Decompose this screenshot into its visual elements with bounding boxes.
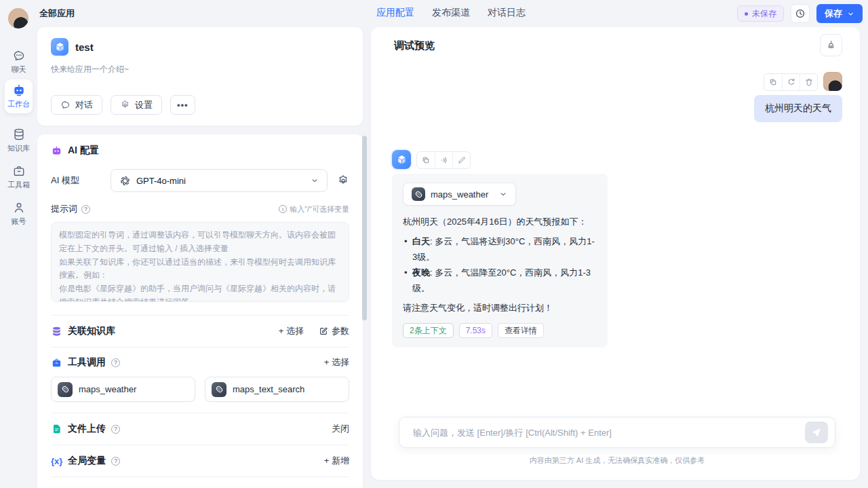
- history-button[interactable]: [791, 4, 810, 23]
- ai-response-outro: 请注意天气变化，适时调整出行计划！: [403, 302, 597, 314]
- prompt-textarea[interactable]: [51, 222, 349, 302]
- tab-chat-logs[interactable]: 对话日志: [488, 7, 526, 19]
- nav-rail: 聊天 工作台 知识库 工具箱 账号: [0, 0, 37, 488]
- file-upload-toggle[interactable]: 关闭: [332, 423, 349, 435]
- question-icon[interactable]: ?: [111, 425, 120, 434]
- sidebar-item-label: 账号: [12, 217, 26, 227]
- sidebar-item-knowledge-base[interactable]: 知识库: [5, 124, 33, 157]
- question-icon[interactable]: ?: [111, 358, 120, 367]
- prompt-label: 提示词: [51, 203, 77, 215]
- tab-publish-channel[interactable]: 发布渠道: [432, 7, 470, 19]
- settings-button[interactable]: 设置: [111, 95, 162, 115]
- clock-icon: [795, 8, 806, 19]
- retry-icon[interactable]: [782, 74, 800, 90]
- context-count-badge[interactable]: 2条上下文: [403, 323, 454, 338]
- tab-app-config[interactable]: 应用配置: [376, 7, 414, 19]
- chat-bubble-icon: [60, 100, 71, 110]
- tool-chip-maps-text-search[interactable]: maps_text_search: [205, 377, 349, 402]
- kb-params-button[interactable]: 参数: [319, 325, 349, 337]
- config-panel: AI 配置 AI 模型 GPT-4o-mini: [37, 134, 363, 488]
- ai-message-card: maps_weather 杭州明天（2025年4月16日）的天气预报如下： 白天…: [392, 174, 608, 348]
- unsaved-label: 未保存: [752, 8, 776, 20]
- config-scrollbar[interactable]: [362, 136, 367, 320]
- chevron-down-icon: [847, 10, 854, 18]
- toolbox-icon: [12, 164, 26, 178]
- model-settings-gear-icon[interactable]: [337, 174, 349, 187]
- save-label: 保存: [825, 7, 842, 20]
- account-avatar[interactable]: [8, 8, 28, 29]
- model-label: AI 模型: [51, 174, 111, 187]
- ai-config-title: AI 配置: [68, 145, 99, 157]
- delete-icon[interactable]: [800, 74, 817, 90]
- ai-robot-icon: [51, 145, 62, 157]
- unsaved-dot-icon: [745, 12, 748, 16]
- sidebar-item-workbench[interactable]: 工作台: [5, 79, 33, 113]
- tools-section: 工具调用 ? + 选择 maps_weather maps_text_searc…: [51, 347, 349, 413]
- app-card-actions: 对话 设置 •••: [51, 95, 195, 115]
- tool-call-dropdown[interactable]: maps_weather: [403, 183, 516, 206]
- tool-name: maps_weather: [79, 384, 136, 394]
- duration-badge[interactable]: 7.53s: [459, 323, 492, 338]
- read-aloud-icon[interactable]: [435, 152, 452, 168]
- global-variables-title: 全局变量: [68, 455, 106, 467]
- file-icon: [51, 424, 62, 435]
- app-name: test: [75, 41, 94, 53]
- ai-config-section: AI 配置 AI 模型 GPT-4o-mini: [51, 134, 349, 315]
- kb-select-button[interactable]: + 选择: [279, 325, 304, 337]
- more-button[interactable]: •••: [170, 95, 195, 115]
- variable-icon: {x}: [51, 456, 62, 466]
- send-button[interactable]: [805, 421, 828, 443]
- chat-button-label: 对话: [75, 99, 93, 111]
- user-message-bubble: 杭州明天的天气: [754, 95, 842, 122]
- copy-icon[interactable]: [764, 74, 782, 90]
- maps-tool-icon: [412, 187, 425, 201]
- send-icon: [810, 426, 823, 438]
- question-icon[interactable]: ?: [81, 205, 90, 214]
- tool-chip-maps-weather[interactable]: maps_weather: [51, 377, 195, 402]
- app-description: 快来给应用一个介绍~: [51, 64, 349, 75]
- question-icon[interactable]: ?: [111, 457, 120, 466]
- knowledge-base-section: 关联知识库 + 选择 参数: [51, 315, 349, 347]
- model-value: GPT-4o-mini: [136, 176, 305, 186]
- sidebar-item-toolbox[interactable]: 工具箱: [5, 160, 33, 194]
- copy-icon[interactable]: [417, 152, 435, 168]
- file-upload-title: 文件上传: [68, 423, 106, 435]
- knowledge-base-icon: [51, 326, 62, 337]
- tool-name: maps_text_search: [233, 384, 304, 394]
- ai-response-list: 白天: 多云，气温将达到30°C，西南风，风力1-3级。 夜晚: 多云，气温降至…: [403, 234, 597, 296]
- clear-chat-button[interactable]: [820, 34, 842, 56]
- sidebar-item-account[interactable]: 账号: [5, 197, 33, 231]
- chat-button[interactable]: 对话: [51, 95, 102, 115]
- tools-select-button[interactable]: + 选择: [324, 356, 349, 369]
- broom-icon: [825, 39, 837, 51]
- save-button[interactable]: 保存: [816, 4, 863, 23]
- settings-button-label: 设置: [135, 99, 153, 111]
- chat-input[interactable]: [413, 428, 805, 438]
- model-select[interactable]: GPT-4o-mini: [111, 169, 328, 192]
- ai-response-bullet: 白天: 多云，气温将达到30°C，西南风，风力1-3级。: [403, 234, 597, 265]
- variables-add-button[interactable]: + 新增: [324, 455, 349, 467]
- topbar-actions: 未保存 保存: [737, 4, 863, 23]
- prompt-variable-hint: i 输入"/"可选择变量: [279, 204, 349, 214]
- ai-disclaimer: 内容由第三方 AI 生成，无法确保真实准确，仅供参考: [399, 455, 835, 466]
- topbar: 全部应用 应用配置 发布渠道 对话日志 未保存 保存: [37, 0, 868, 27]
- database-icon: [12, 128, 26, 141]
- sidebar-item-label: 工具箱: [7, 180, 30, 190]
- openai-icon: [119, 175, 131, 187]
- view-details-button[interactable]: 查看详情: [498, 323, 544, 338]
- sidebar-item-label: 知识库: [7, 143, 30, 153]
- tool-call-name: maps_weather: [431, 189, 488, 200]
- ai-response-badges: 2条上下文 7.53s 查看详情: [403, 323, 597, 338]
- user-message-toolbar: [764, 73, 818, 91]
- all-apps-link[interactable]: 全部应用: [39, 7, 75, 20]
- gear-icon: [120, 100, 130, 110]
- sidebar-item-chat[interactable]: 聊天: [5, 45, 33, 79]
- robot-icon: [12, 83, 26, 97]
- ai-message-toolbar: [416, 151, 471, 169]
- global-variables-section: {x} 全局变量 ? + 新增: [51, 445, 349, 476]
- header-tabs: 应用配置 发布渠道 对话日志: [376, 7, 526, 19]
- edit-message-icon[interactable]: [452, 152, 470, 168]
- sidebar-item-label: 聊天: [12, 64, 26, 75]
- tools-title: 工具调用: [68, 356, 106, 369]
- app-logo-cube-icon: [51, 38, 68, 56]
